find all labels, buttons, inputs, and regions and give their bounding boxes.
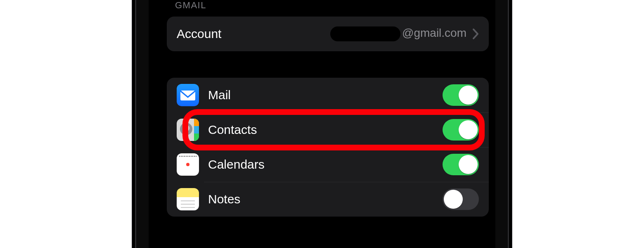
service-row-mail: Mail [167,78,489,112]
service-label: Mail [208,88,231,102]
mail-app-icon [177,84,199,106]
service-row-notes: Notes [167,182,489,217]
stage: GMAIL Account @gmail.com [0,0,644,248]
settings-account-view: GMAIL Account @gmail.com [167,0,489,248]
mail-toggle[interactable] [443,84,479,106]
service-label: Contacts [208,123,257,137]
account-row[interactable]: Account @gmail.com [167,17,489,51]
notes-toggle[interactable] [443,188,479,210]
account-group: Account @gmail.com [167,17,489,51]
chevron-right-icon [472,28,479,40]
section-header-gmail: GMAIL [167,0,489,17]
calendars-app-icon [177,153,199,176]
service-row-contacts: Contacts [167,112,489,147]
services-group: Mail Contacts Calendars [167,78,489,217]
calendars-toggle[interactable] [443,154,479,175]
service-label: Notes [208,192,240,206]
notes-app-icon [177,188,199,210]
service-row-calendars: Calendars [167,147,489,182]
contacts-toggle[interactable] [443,119,479,141]
contacts-app-icon [177,119,199,141]
phone-screen: GMAIL Account @gmail.com [149,0,495,248]
group-spacer [167,51,489,78]
account-value-redacted [330,26,400,41]
service-label: Calendars [208,157,265,172]
account-value-wrap: @gmail.com [330,26,479,41]
account-value: @gmail.com [330,26,466,41]
account-label: Account [177,27,221,41]
